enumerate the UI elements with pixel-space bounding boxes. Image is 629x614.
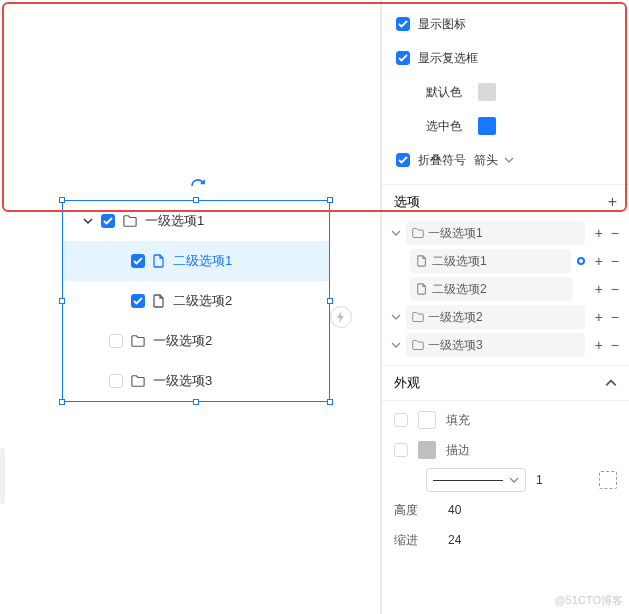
resize-handle[interactable] xyxy=(193,399,199,405)
options-section-header: 选项 + xyxy=(382,184,629,219)
selected-color-swatch[interactable] xyxy=(478,117,496,135)
folder-icon xyxy=(412,339,424,351)
chevron-down-icon xyxy=(509,475,519,485)
folder-icon xyxy=(131,334,145,348)
label-show-icon: 显示图标 xyxy=(418,16,466,33)
folder-icon xyxy=(123,214,137,228)
tree-row[interactable]: 一级选项1 xyxy=(63,201,329,241)
resize-handle[interactable] xyxy=(59,197,65,203)
lightning-button[interactable] xyxy=(330,306,352,328)
add-button[interactable]: + xyxy=(595,226,603,240)
refresh-button[interactable] xyxy=(190,178,206,198)
add-button[interactable]: + xyxy=(595,282,603,296)
checkbox[interactable] xyxy=(131,294,145,308)
border-style-button[interactable] xyxy=(599,471,617,489)
checkbox[interactable] xyxy=(109,334,123,348)
remove-button[interactable]: − xyxy=(611,282,619,296)
watermark: @51CTO博客 xyxy=(555,593,623,608)
tree-row[interactable]: 一级选项3 xyxy=(63,361,329,401)
remove-button[interactable]: − xyxy=(611,254,619,268)
checkbox[interactable] xyxy=(101,214,115,228)
label-default-color: 默认色 xyxy=(426,84,470,101)
resize-handle[interactable] xyxy=(327,399,333,405)
default-color-swatch[interactable] xyxy=(478,83,496,101)
chevron-down-icon xyxy=(83,216,93,226)
chevron-down-icon[interactable] xyxy=(390,311,402,323)
option-row: 二级选项1 +− xyxy=(390,247,619,275)
option-chip[interactable]: 二级选项2 xyxy=(410,277,573,301)
tree-label: 一级选项1 xyxy=(145,212,204,230)
appearance-section-header: 外观 xyxy=(382,365,629,400)
tree-label: 二级选项2 xyxy=(173,292,232,310)
tree-label: 一级选项3 xyxy=(153,372,212,390)
resize-handle[interactable] xyxy=(59,399,65,405)
add-option-button[interactable]: + xyxy=(608,193,617,211)
resize-handle[interactable] xyxy=(193,197,199,203)
canvas-area[interactable]: 一级选项1 二级选项1 二级选项2 一级选项2 xyxy=(0,0,381,614)
checkbox-show-icon[interactable] xyxy=(396,17,410,31)
tree-row[interactable]: 二级选项2 xyxy=(63,281,329,321)
checkbox-collapse-symbol[interactable] xyxy=(396,153,410,167)
tree-component[interactable]: 一级选项1 二级选项1 二级选项2 一级选项2 xyxy=(63,201,329,401)
label-show-checkbox: 显示复选框 xyxy=(418,50,478,67)
chevron-up-icon[interactable] xyxy=(605,377,617,389)
height-input[interactable]: 40 xyxy=(448,503,461,517)
indent-input[interactable]: 24 xyxy=(448,533,461,547)
add-button[interactable]: + xyxy=(595,338,603,352)
resize-handle[interactable] xyxy=(327,298,333,304)
option-chip[interactable]: 一级选项2 xyxy=(406,305,585,329)
file-icon xyxy=(416,283,428,295)
option-chip[interactable]: 一级选项3 xyxy=(406,333,585,357)
resize-handle[interactable] xyxy=(327,197,333,203)
remove-button[interactable]: − xyxy=(611,310,619,324)
file-icon xyxy=(416,255,428,267)
label-stroke: 描边 xyxy=(446,442,470,459)
label-collapse-symbol: 折叠符号 xyxy=(418,152,466,169)
label-selected-color: 选中色 xyxy=(426,118,470,135)
option-chip[interactable]: 二级选项1 xyxy=(410,249,571,273)
chevron-down-icon[interactable] xyxy=(390,227,402,239)
add-button[interactable]: + xyxy=(595,310,603,324)
checkbox[interactable] xyxy=(109,374,123,388)
tree-row[interactable]: 二级选项1 xyxy=(63,241,329,281)
chevron-down-icon[interactable] xyxy=(390,339,402,351)
chevron-down-icon xyxy=(504,155,514,165)
folder-icon xyxy=(412,227,424,239)
option-row: 一级选项2 +− xyxy=(390,303,619,331)
option-chip[interactable]: 一级选项1 xyxy=(406,221,585,245)
file-icon xyxy=(153,294,165,308)
checkbox-show-checkbox[interactable] xyxy=(396,51,410,65)
tree-row[interactable]: 一级选项2 xyxy=(63,321,329,361)
tree-label: 二级选项1 xyxy=(173,252,232,270)
option-row: 二级选项2 +− xyxy=(390,275,619,303)
collapse-symbol-select[interactable]: 箭头 xyxy=(474,152,514,169)
selection-frame[interactable]: 一级选项1 二级选项1 二级选项2 一级选项2 xyxy=(62,200,330,402)
folder-icon xyxy=(412,311,424,323)
stroke-width-input[interactable]: 1 xyxy=(536,473,543,487)
option-row: 一级选项1 +− xyxy=(390,219,619,247)
remove-button[interactable]: − xyxy=(611,338,619,352)
checkbox-stroke[interactable] xyxy=(394,443,408,457)
remove-button[interactable]: − xyxy=(611,226,619,240)
file-icon xyxy=(153,254,165,268)
resize-handle[interactable] xyxy=(59,298,65,304)
label-height: 高度 xyxy=(394,502,438,519)
stroke-swatch[interactable] xyxy=(418,441,436,459)
checkbox[interactable] xyxy=(131,254,145,268)
label-fill: 填充 xyxy=(446,412,470,429)
option-row: 一级选项3 +− xyxy=(390,331,619,359)
checkbox-fill[interactable] xyxy=(394,413,408,427)
folder-icon xyxy=(131,374,145,388)
line-style-select[interactable] xyxy=(426,468,526,492)
tree-label: 一级选项2 xyxy=(153,332,212,350)
add-button[interactable]: + xyxy=(595,254,603,268)
label-indent: 缩进 xyxy=(394,532,438,549)
active-indicator xyxy=(577,257,585,265)
fill-swatch[interactable] xyxy=(418,411,436,429)
properties-panel: 显示图标 显示复选框 默认色 选中色 折叠符号 箭头 选项 + xyxy=(381,0,629,614)
